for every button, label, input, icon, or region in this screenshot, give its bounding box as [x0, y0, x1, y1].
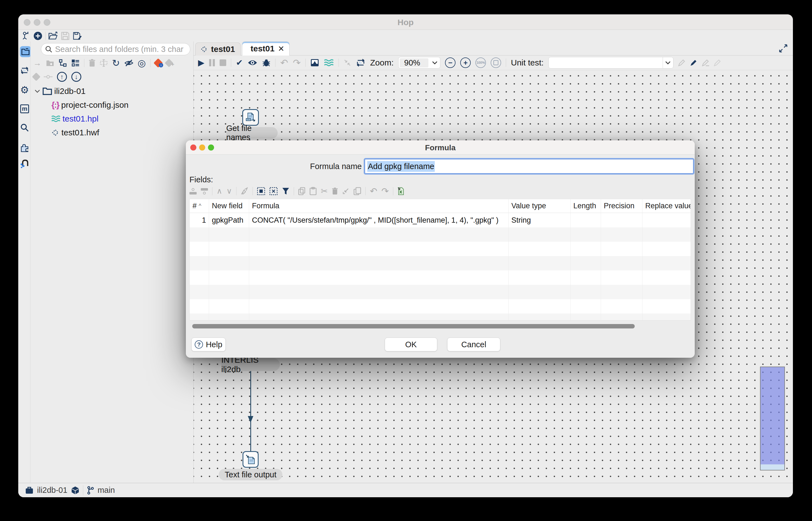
sidebar-item-metadata[interactable]: m: [19, 104, 30, 114]
canvas-vertical-scrollbar[interactable]: [760, 367, 785, 471]
sidebar-item-neo4j[interactable]: [19, 158, 30, 169]
transform-label-interlis-ili2db[interactable]: INTERLIS ili2db: [221, 358, 280, 371]
sidebar-item-data-orchestration[interactable]: [19, 65, 30, 76]
delete-rows-icon[interactable]: [332, 187, 338, 195]
copy-icon[interactable]: [298, 187, 305, 195]
table-empty-row[interactable]: [190, 270, 690, 285]
redo-icon[interactable]: ↷: [293, 58, 301, 67]
list-view-icon[interactable]: [71, 59, 80, 67]
move-down-icon[interactable]: ∨: [227, 187, 232, 195]
chevron-down-icon[interactable]: [34, 89, 40, 93]
col-header-length[interactable]: Length: [571, 199, 601, 213]
maximize-view-icon[interactable]: [778, 44, 788, 53]
pipeline-waves-icon[interactable]: [324, 59, 334, 67]
col-header-replace-value[interactable]: Replace value: [642, 199, 691, 213]
transform-label-text-file-output[interactable]: Text file output: [219, 469, 282, 480]
zoom-select[interactable]: 90%: [398, 57, 440, 69]
git-add-icon[interactable]: +: [166, 60, 172, 66]
git-commit-icon[interactable]: [44, 74, 52, 80]
tree-item-project-config[interactable]: {:} project-config.json: [34, 98, 189, 112]
insert-row-above-icon[interactable]: [189, 188, 197, 195]
sidebar-item-explorer[interactable]: [20, 46, 31, 57]
tree-view-icon[interactable]: [59, 59, 67, 67]
col-header-precision[interactable]: Precision: [601, 199, 642, 213]
explorer-search-input[interactable]: Search files and folders (min. 3 char: [41, 43, 190, 55]
formula-name-input[interactable]: Add gpkg filename: [365, 159, 693, 174]
scrollbar-thumb[interactable]: [192, 324, 635, 329]
table-empty-row[interactable]: [190, 314, 690, 320]
git-edit-icon[interactable]: [33, 74, 39, 80]
tree-item-test01-hwf[interactable]: test01.hwf: [34, 126, 189, 139]
pull-icon[interactable]: ↓: [71, 72, 81, 82]
col-header-num[interactable]: # ^: [190, 199, 209, 213]
select-all-icon[interactable]: [257, 187, 265, 195]
undo-icon[interactable]: ↶: [370, 187, 377, 196]
table-horizontal-scrollbar[interactable]: [189, 324, 691, 329]
zoom-fit-icon[interactable]: [491, 58, 501, 68]
pause-icon[interactable]: [209, 59, 215, 66]
help-button[interactable]: ? Help: [191, 338, 226, 352]
col-header-formula[interactable]: Formula: [249, 199, 509, 213]
insert-row-below-icon[interactable]: [201, 188, 208, 195]
expand-icon[interactable]: →: [33, 59, 42, 67]
filter-icon[interactable]: [282, 187, 290, 195]
new-item-button[interactable]: [33, 31, 43, 41]
loop-icon[interactable]: [356, 58, 365, 67]
table-empty-row[interactable]: [190, 285, 690, 299]
redo-icon[interactable]: ↷: [381, 187, 389, 196]
target-icon[interactable]: ◎: [138, 58, 146, 68]
duplicate-icon[interactable]: [354, 187, 361, 195]
sidebar-item-plugins[interactable]: [19, 142, 30, 153]
clear-fields-icon[interactable]: [241, 187, 248, 195]
git-info-icon[interactable]: i: [155, 60, 162, 66]
run-icon[interactable]: ▶: [198, 59, 205, 67]
tab-test01-pipeline[interactable]: test01 ✕: [242, 41, 290, 55]
col-header-value-type[interactable]: Value type: [509, 199, 571, 213]
cut-icon[interactable]: ✂: [321, 187, 328, 195]
unit-test-select[interactable]: [549, 57, 674, 69]
table-empty-row[interactable]: [190, 227, 690, 242]
zoom-100-icon[interactable]: 100%: [475, 58, 486, 68]
paste-icon[interactable]: [309, 187, 317, 195]
edit-test-icon[interactable]: [690, 59, 697, 66]
open-file-button[interactable]: [48, 31, 58, 41]
move-up-icon[interactable]: ∧: [217, 187, 222, 195]
undo-icon[interactable]: ↶: [280, 58, 288, 67]
cancel-button[interactable]: Cancel: [447, 338, 500, 352]
delete-icon[interactable]: [89, 59, 95, 67]
refresh-icon[interactable]: ↻: [112, 58, 120, 68]
save-button[interactable]: [61, 31, 70, 41]
status-branch-name[interactable]: main: [98, 485, 115, 495]
table-empty-row[interactable]: [190, 299, 690, 314]
export-excel-icon[interactable]: [398, 187, 404, 195]
zoom-out-icon[interactable]: −: [445, 58, 455, 68]
environment-cube-icon[interactable]: [71, 486, 79, 495]
transform-text-file-output[interactable]: [242, 451, 259, 468]
ok-button[interactable]: OK: [385, 338, 437, 352]
sidebar-item-execution-gear[interactable]: ⚙: [19, 85, 30, 95]
transform-get-file-names[interactable]: [242, 109, 259, 126]
push-icon[interactable]: ↑: [57, 72, 67, 82]
clear-selection-icon[interactable]: [270, 187, 278, 195]
status-project-name[interactable]: ili2db-01: [37, 485, 67, 495]
snapshot-icon[interactable]: [310, 59, 319, 67]
table-empty-row[interactable]: [190, 242, 690, 256]
hide-icon[interactable]: [125, 59, 133, 67]
debug-icon[interactable]: [262, 58, 271, 67]
tree-item-project-folder[interactable]: ili2db-01: [34, 84, 189, 98]
check-pipeline-icon[interactable]: ✔: [236, 59, 243, 67]
new-folder-icon[interactable]: [46, 60, 54, 67]
stop-icon[interactable]: [220, 60, 226, 66]
keep-selected-icon[interactable]: [342, 187, 349, 195]
tab-test01-workflow[interactable]: test01: [195, 43, 241, 55]
table-empty-row[interactable]: [190, 256, 690, 270]
col-header-new-field[interactable]: New field: [209, 199, 249, 213]
tree-item-test01-hpl[interactable]: test01.hpl: [34, 112, 189, 126]
rename-icon[interactable]: [100, 59, 108, 67]
zoom-in-icon[interactable]: +: [460, 58, 471, 68]
align-icon[interactable]: [343, 59, 351, 67]
sidebar-item-search[interactable]: [19, 122, 30, 133]
table-row[interactable]: 1 gpkgPath CONCAT( "/Users/stefan/tmp/gp…: [190, 213, 690, 227]
transform-label-get-file-names[interactable]: Get file names: [226, 127, 278, 139]
fields-table[interactable]: # ^ New field Formula Value type Length …: [189, 199, 691, 320]
